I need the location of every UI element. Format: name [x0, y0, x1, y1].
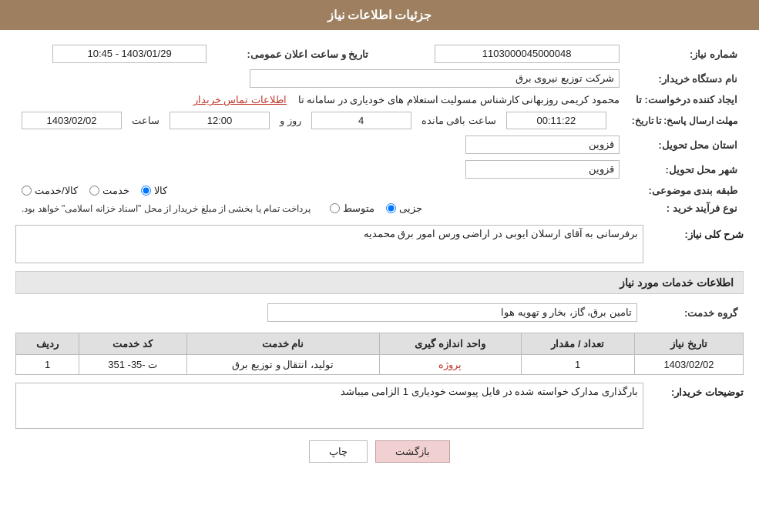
cell-unit: پروژه — [379, 355, 521, 375]
service-group-label: گروه خدمت: — [643, 300, 744, 325]
cell-quantity: 1 — [521, 355, 634, 375]
category-radio-khedmat-input[interactable] — [89, 186, 99, 196]
services-table: تاریخ نیاز تعداد / مقدار واحد اندازه گیر… — [15, 333, 744, 375]
category-radio-khedmat[interactable]: خدمت — [89, 185, 129, 196]
province-label: استان محل تحویل: — [626, 132, 744, 157]
city-field: قزوین — [465, 160, 620, 179]
province-field: قزوین — [465, 136, 620, 154]
info-table: شماره نیاز: 1103000045000048 تاریخ و ساع… — [15, 42, 744, 217]
category-radio-khedmat-label: خدمت — [102, 185, 129, 196]
need-number-field: 1103000045000048 — [435, 45, 620, 63]
col-date: تاریخ نیاز — [634, 333, 743, 355]
col-quantity: تعداد / مقدار — [521, 333, 634, 355]
purchase-radio-jozii[interactable]: جزیی — [386, 202, 422, 214]
description-field: برفرسانی به آقای ارسلان ایوبی در اراضی و… — [15, 225, 643, 263]
deadline-day-label: روز و — [280, 115, 301, 126]
col-unit: واحد اندازه گیری — [379, 333, 521, 355]
cell-row: 1 — [16, 355, 79, 375]
deadline-days-field: 4 — [311, 112, 411, 129]
category-radio-kala-input[interactable] — [141, 186, 151, 196]
col-code: کد خدمت — [79, 333, 187, 355]
description-label: شرح کلی نیاز: — [643, 225, 744, 240]
col-row: ردیف — [16, 333, 79, 355]
category-radio-group: کالا/خدمت خدمت کالا — [22, 185, 620, 196]
table-row: 1403/02/02 1 پروژه تولید، انتقال و توزیع… — [16, 355, 744, 375]
page-title: جزئیات اطلاعات نیاز — [327, 8, 432, 22]
description-row: شرح کلی نیاز: برفرسانی به آقای ارسلان ای… — [15, 225, 744, 263]
deadline-remaining-field: 00:11:22 — [506, 112, 606, 129]
back-button[interactable]: بازگشت — [375, 440, 450, 463]
deadline-label: مهلت ارسال پاسخ: تا تاریخ: — [626, 109, 744, 132]
buyer-org-field: شرکت توزیع نیروی برق — [250, 69, 620, 88]
buyer-org-label: نام دستگاه خریدار: — [626, 66, 744, 91]
print-button[interactable]: چاپ — [309, 440, 368, 463]
deadline-date-field: 1403/02/02 — [22, 112, 122, 129]
category-radio-kala-label: کالا — [154, 185, 167, 196]
buyer-org-value: شرکت توزیع نیروی برق — [15, 66, 626, 91]
buyer-desc-row: توضیحات خریدار: بارگذاری مدارک خواسته شد… — [15, 383, 744, 429]
purchase-radio-mottavasset-input[interactable] — [330, 203, 340, 213]
cell-name: تولید، انتقال و توزیع برق — [186, 355, 379, 375]
cell-code: ت -35- 351 — [79, 355, 187, 375]
purchase-type-group: پرداخت تمام یا بخشی از مبلغ خریدار از مح… — [22, 202, 620, 214]
cell-date: 1403/02/02 — [634, 355, 743, 375]
services-header: اطلاعات خدمات مورد نیاز — [15, 271, 744, 294]
deadline-time-label: ساعت — [132, 115, 160, 126]
purchase-radio-jozii-input[interactable] — [386, 203, 396, 213]
announce-date-field: 1403/01/29 - 10:45 — [52, 45, 207, 63]
col-name: نام خدمت — [186, 333, 379, 355]
purchase-note: پرداخت تمام یا بخشی از مبلغ خریدار از مح… — [22, 203, 311, 214]
category-radio-kala-khedmat-label: کالا/خدمت — [35, 185, 78, 196]
purchase-radio-jozii-label: جزیی — [399, 202, 422, 214]
creator-link[interactable]: اطلاعات تماس خریدار — [193, 94, 287, 105]
main-content: شماره نیاز: 1103000045000048 تاریخ و ساع… — [0, 30, 759, 486]
category-radio-kala-khedmat[interactable]: کالا/خدمت — [22, 185, 78, 196]
service-group-field: تامین برق، گاز، بخار و تهویه هوا — [267, 303, 637, 322]
creator-label: ایجاد کننده درخواست: تا — [626, 91, 744, 109]
purchase-radio-mottavasset[interactable]: متوسط — [330, 202, 374, 214]
page-header: جزئیات اطلاعات نیاز — [0, 0, 759, 30]
buyer-desc-label: توضیحات خریدار: — [643, 383, 744, 398]
purchase-type-label: نوع فرآیند خرید : — [626, 199, 744, 217]
category-label: طبقه بندی موضوعی: — [626, 182, 744, 199]
deadline-time-field: 12:00 — [170, 112, 270, 129]
city-label: شهر محل تحویل: — [626, 157, 744, 182]
category-radio-kala[interactable]: کالا — [141, 185, 167, 196]
announce-date-value: 1403/01/29 - 10:45 — [15, 42, 213, 66]
service-group-table: گروه خدمت: تامین برق، گاز، بخار و تهویه … — [15, 300, 744, 325]
purchase-radio-mottavasset-label: متوسط — [343, 202, 374, 214]
category-radio-kala-khedmat-input[interactable] — [22, 186, 32, 196]
creator-name: محمود کریمی روزبهانی کارشناس مسولیت استع… — [298, 94, 620, 105]
buyer-desc-field: بارگذاری مدارک خواسته شده در فایل پیوست … — [15, 383, 643, 429]
announce-date-label: تاریخ و ساعت اعلان عمومی: — [213, 42, 391, 66]
page-container: جزئیات اطلاعات نیاز شماره نیاز: 11030000… — [0, 0, 759, 532]
deadline-remaining-label: ساعت باقی مانده — [421, 115, 496, 126]
need-number-label: شماره نیاز: — [626, 42, 744, 66]
need-number-value: 1103000045000048 — [391, 42, 625, 66]
button-row: بازگشت چاپ — [15, 440, 744, 463]
